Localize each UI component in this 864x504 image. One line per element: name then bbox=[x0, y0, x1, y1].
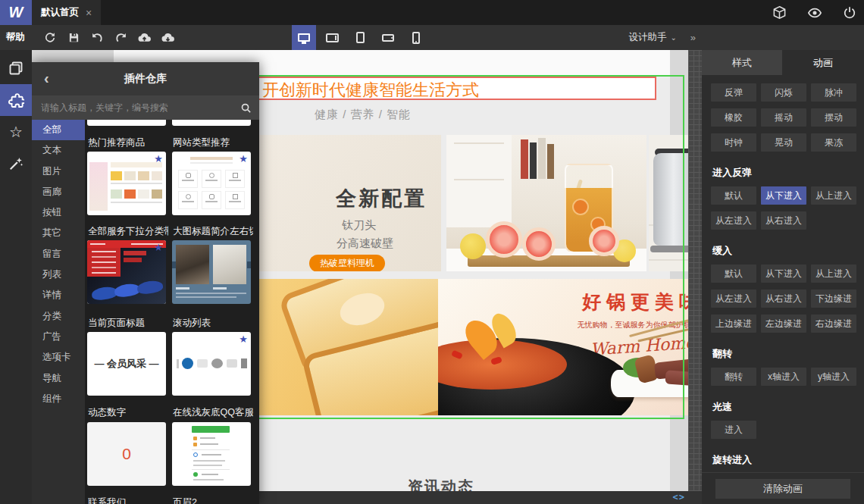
anim-button[interactable]: 橡胶 bbox=[711, 108, 756, 127]
document-tab[interactable]: 默认首页 × bbox=[32, 0, 101, 25]
thumb-logo bbox=[197, 359, 208, 368]
design-assistant-dropdown[interactable]: 设计助手 ⌄ bbox=[629, 25, 677, 50]
star-icon[interactable]: ★ bbox=[239, 153, 248, 164]
category-item[interactable]: 画廊 bbox=[32, 182, 85, 202]
favorites-icon[interactable]: ☆ bbox=[0, 116, 32, 148]
anim-button[interactable]: 从左进入 bbox=[711, 211, 756, 230]
laptop-icon bbox=[326, 33, 339, 42]
plugin-search-input[interactable] bbox=[39, 102, 236, 114]
anim-button[interactable]: 默认 bbox=[711, 265, 756, 283]
power-exit-icon[interactable] bbox=[843, 6, 856, 20]
anim-button[interactable]: 从右进入 bbox=[761, 211, 806, 230]
cloud-download-icon[interactable] bbox=[160, 30, 175, 45]
thumb-photo bbox=[213, 245, 246, 284]
news-heading[interactable]: 资讯动态 bbox=[408, 477, 474, 491]
plugin-card-qq-service[interactable] bbox=[172, 422, 251, 486]
anim-button-active[interactable]: 从下进入 bbox=[761, 186, 806, 205]
anim-button[interactable]: 上边缘进 bbox=[711, 315, 756, 333]
device-phone-landscape-button[interactable] bbox=[376, 25, 400, 50]
star-icon[interactable]: ★ bbox=[154, 242, 163, 253]
magic-wand-icon[interactable] bbox=[0, 148, 32, 180]
workspace-grid-gutter bbox=[688, 50, 702, 491]
clear-animation-button[interactable]: 清除动画 bbox=[715, 479, 850, 499]
category-item[interactable]: 留言 bbox=[32, 244, 85, 265]
device-desktop-button[interactable] bbox=[292, 25, 316, 50]
plugin-card-site-types[interactable]: ★ bbox=[172, 152, 251, 215]
tab-style[interactable]: 样式 bbox=[702, 50, 782, 75]
plugin-library-icon[interactable] bbox=[0, 84, 32, 116]
redo-icon[interactable] bbox=[113, 30, 128, 45]
plugin-item-label: 动态数字 bbox=[88, 406, 126, 419]
plugin-card-dynamic-number[interactable]: 0 bbox=[87, 422, 166, 486]
anim-button[interactable]: 闪烁 bbox=[761, 83, 806, 102]
plugin-card-scroll-list[interactable]: ★ bbox=[172, 332, 251, 396]
category-item-all[interactable]: 全部 bbox=[32, 120, 85, 140]
category-item[interactable]: 其它 bbox=[32, 223, 85, 243]
plugin-card-partial[interactable] bbox=[87, 120, 166, 126]
animation-panel-footer: 清除动画 bbox=[702, 472, 864, 504]
anim-button[interactable]: 时钟 bbox=[711, 133, 756, 152]
anim-button[interactable]: 进入 bbox=[711, 421, 756, 439]
category-item[interactable]: 广告 bbox=[32, 327, 85, 347]
anim-button[interactable]: y轴进入 bbox=[811, 368, 856, 386]
device-phone-portrait-button[interactable] bbox=[404, 25, 428, 50]
juice-photo[interactable] bbox=[446, 135, 646, 271]
code-view-icon[interactable]: <> bbox=[673, 491, 685, 504]
plugin-card-partial[interactable] bbox=[172, 120, 251, 126]
kettle-photo[interactable] bbox=[649, 135, 688, 271]
close-tab-icon[interactable]: × bbox=[86, 7, 92, 19]
plugin-card-image-slider[interactable] bbox=[172, 240, 251, 304]
anim-button[interactable]: 反弹 bbox=[711, 83, 756, 102]
anim-button[interactable]: 脉冲 bbox=[811, 83, 856, 102]
back-icon[interactable]: ‹ bbox=[44, 62, 49, 95]
device-tablet-button[interactable] bbox=[348, 25, 372, 50]
preview-eye-icon[interactable] bbox=[807, 5, 822, 20]
category-item[interactable]: 分类 bbox=[32, 306, 85, 327]
device-laptop-button[interactable] bbox=[320, 25, 344, 50]
category-item[interactable]: 图片 bbox=[32, 161, 85, 182]
collapse-chevrons-icon[interactable]: » bbox=[690, 25, 696, 50]
plugin-card-dropdown-nav[interactable]: ★ bbox=[87, 240, 166, 304]
anim-button[interactable]: 摇动 bbox=[761, 108, 806, 127]
anim-button[interactable]: 摆动 bbox=[811, 108, 856, 127]
anim-button[interactable]: x轴进入 bbox=[761, 368, 806, 386]
category-item[interactable]: 选项卡 bbox=[32, 347, 85, 368]
cabinet-shape bbox=[446, 135, 512, 227]
anim-button[interactable]: 从上进入 bbox=[811, 186, 856, 205]
star-icon[interactable]: ★ bbox=[154, 153, 163, 164]
anim-button[interactable]: 右边缘进 bbox=[811, 315, 856, 333]
plugin-card-hot-products[interactable]: ★ bbox=[87, 152, 166, 215]
save-icon[interactable] bbox=[66, 30, 81, 45]
category-item[interactable]: 组件 bbox=[32, 389, 85, 409]
anim-button[interactable]: 晃动 bbox=[761, 133, 806, 152]
anim-button[interactable]: 从右进入 bbox=[761, 290, 806, 308]
category-item[interactable]: 按钮 bbox=[32, 202, 85, 223]
search-icon[interactable] bbox=[240, 102, 252, 114]
document-tab-label: 默认首页 bbox=[41, 6, 79, 19]
category-item[interactable]: 列表 bbox=[32, 265, 85, 285]
plugin-card-page-title[interactable]: — 会员风采 — bbox=[87, 332, 166, 396]
anim-button[interactable]: 从上进入 bbox=[811, 265, 856, 283]
anim-button[interactable]: 从下进入 bbox=[761, 265, 806, 283]
app-logo[interactable]: W bbox=[0, 0, 32, 25]
wok-banner[interactable]: 好锅更美味 无忧购物，至诚服务为你保驾护航! Warm Home bbox=[438, 279, 688, 415]
undo-icon[interactable] bbox=[89, 30, 105, 45]
anim-button[interactable]: 左边缘进 bbox=[761, 315, 806, 333]
components-cube-icon[interactable] bbox=[772, 5, 787, 20]
category-item[interactable]: 导航 bbox=[32, 368, 85, 389]
category-item[interactable]: 文本 bbox=[32, 140, 85, 161]
help-button[interactable]: 帮助 bbox=[6, 25, 25, 50]
pages-icon[interactable] bbox=[0, 52, 32, 84]
anim-button[interactable]: 从左进入 bbox=[711, 290, 756, 308]
anim-button[interactable]: 下边缘进 bbox=[811, 290, 856, 308]
star-icon[interactable]: ★ bbox=[239, 333, 248, 345]
anim-button[interactable]: 默认 bbox=[711, 186, 756, 205]
cloud-upload-icon[interactable] bbox=[136, 30, 152, 45]
tab-animation[interactable]: 动画 bbox=[782, 50, 864, 75]
refresh-icon[interactable] bbox=[42, 30, 58, 45]
thumb-cell bbox=[225, 191, 245, 209]
anim-button[interactable]: 翻转 bbox=[711, 368, 756, 386]
anim-button[interactable]: 果冻 bbox=[811, 133, 856, 152]
category-item[interactable]: 详情 bbox=[32, 285, 85, 305]
page-subtitle[interactable]: 健康 / 营养 / 智能 bbox=[315, 108, 411, 122]
